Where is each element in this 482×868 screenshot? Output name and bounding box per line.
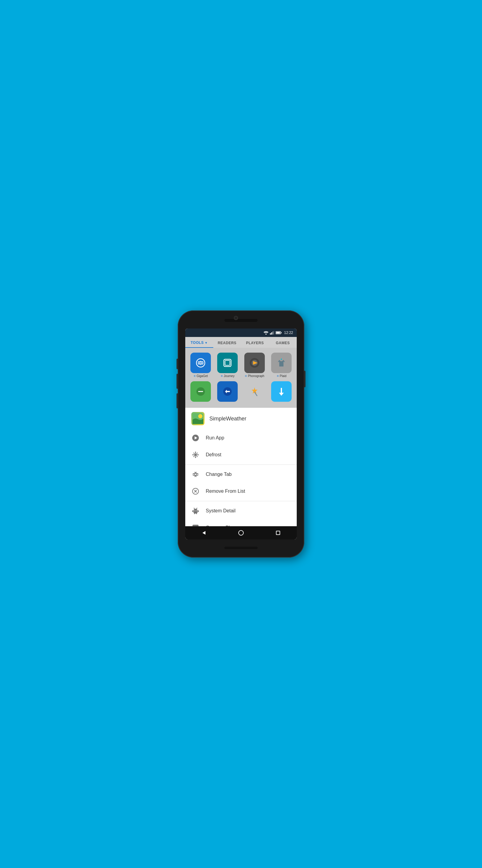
run-app-label: Run App <box>206 435 224 441</box>
play-icon <box>191 434 200 442</box>
app-icon-phonograph <box>244 352 265 373</box>
svg-rect-7 <box>276 332 280 334</box>
context-menu-header: SimpleWeather <box>185 408 297 430</box>
svg-rect-6 <box>281 332 281 333</box>
svg-rect-59 <box>276 531 280 535</box>
svg-marker-57 <box>202 531 205 535</box>
status-icons: 12:22 <box>264 331 293 335</box>
svg-rect-3 <box>272 332 273 335</box>
svg-rect-45 <box>196 513 197 514</box>
wifi-icon <box>264 331 268 335</box>
tab-tools[interactable]: TOOLS ▼ <box>185 337 213 348</box>
app-phonograph[interactable]: ✳ Phonograph <box>243 352 266 378</box>
app-plaid[interactable]: ✳ Plaid <box>270 352 293 378</box>
snowflake-icon <box>191 451 200 459</box>
battery-icon <box>276 331 282 335</box>
app-icon-row2-1 <box>190 381 211 402</box>
app-grid: ✳ GigaGet ✳ Journey <box>185 348 297 408</box>
svg-point-32 <box>195 454 196 456</box>
context-system-detail[interactable]: System Detail <box>185 502 297 519</box>
svg-point-43 <box>197 508 197 508</box>
nav-home-button[interactable] <box>236 528 246 537</box>
power-button <box>304 371 306 387</box>
svg-rect-4 <box>274 331 274 335</box>
svg-point-0 <box>265 334 267 335</box>
svg-rect-37 <box>193 510 198 513</box>
volume-down-button <box>176 374 178 389</box>
app-journey[interactable]: ✳ Journey <box>216 352 239 378</box>
svg-rect-47 <box>198 510 199 512</box>
app-row2-3[interactable] <box>243 381 266 403</box>
mute-button <box>176 393 178 408</box>
svg-point-25 <box>198 414 202 418</box>
context-run-app[interactable]: Run App <box>185 430 297 446</box>
change-tab-label: Change Tab <box>206 472 232 477</box>
svg-point-42 <box>194 508 194 508</box>
app-icon-gigaget <box>190 352 211 373</box>
svg-rect-2 <box>271 333 272 335</box>
svg-rect-44 <box>194 513 195 514</box>
app-row2-4[interactable] <box>270 381 293 403</box>
context-app-icon <box>191 412 204 425</box>
svg-point-58 <box>238 530 244 535</box>
nav-bar <box>185 526 297 539</box>
nav-recents-button[interactable] <box>274 528 283 537</box>
svg-point-38 <box>194 510 195 511</box>
context-open-on-play[interactable]: Open on Play <box>185 519 297 526</box>
svg-rect-46 <box>192 510 193 512</box>
tab-players[interactable]: PLAYERS <box>241 337 269 348</box>
app-icon-row2-4 <box>271 381 292 402</box>
time-display: 12:22 <box>284 331 293 335</box>
context-app-name: SimpleWeather <box>210 415 247 422</box>
android-icon <box>191 507 200 515</box>
remove-from-list-label: Remove From List <box>206 489 245 494</box>
app-icon-row2-3 <box>244 381 265 402</box>
circle-x-icon <box>191 487 200 495</box>
arrows-icon <box>191 470 200 478</box>
tab-games[interactable]: GAMES <box>269 337 297 348</box>
system-detail-label: System Detail <box>206 508 235 514</box>
tabs-bar: TOOLS ▼ READERS PLAYERS GAMES <box>185 337 297 348</box>
phone-screen: 12:22 TOOLS ▼ READERS PLAYERS GAMES <box>185 329 297 539</box>
svg-rect-1 <box>270 333 271 335</box>
app-gigaget[interactable]: ✳ GigaGet <box>189 352 213 378</box>
tab-readers[interactable]: READERS <box>213 337 241 348</box>
nav-back-button[interactable] <box>199 528 208 537</box>
status-bar: 12:22 <box>185 329 297 337</box>
play-store-icon <box>191 524 200 526</box>
context-menu: SimpleWeather Run App <box>185 408 297 526</box>
context-remove-from-list[interactable]: Remove From List <box>185 483 297 500</box>
camera <box>234 316 238 320</box>
phone-device: 12:22 TOOLS ▼ READERS PLAYERS GAMES <box>178 310 304 558</box>
speaker-bottom <box>224 547 258 549</box>
context-change-tab[interactable]: Change Tab <box>185 466 297 483</box>
defrost-label: Defrost <box>206 452 221 458</box>
app-row2-2[interactable] <box>216 381 239 403</box>
app-row2-1[interactable] <box>189 381 213 403</box>
context-defrost[interactable]: Defrost <box>185 446 297 463</box>
volume-up-button <box>176 359 178 369</box>
app-icon-row2-2 <box>217 381 238 402</box>
speaker-top <box>224 319 258 322</box>
divider-1 <box>185 464 297 465</box>
svg-rect-14 <box>225 361 230 365</box>
signal-icon <box>270 331 274 335</box>
app-icon-journey <box>217 352 238 373</box>
app-icon-plaid <box>271 352 292 373</box>
svg-point-39 <box>196 510 196 511</box>
